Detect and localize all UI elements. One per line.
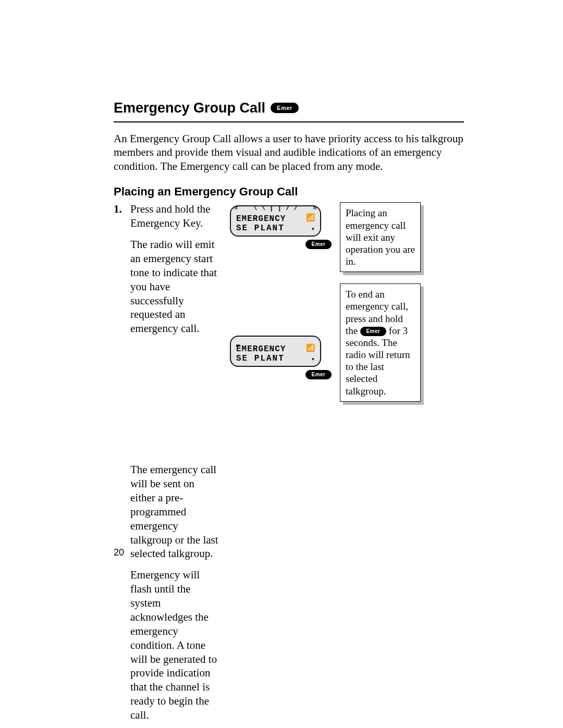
heading-rule (114, 121, 464, 122)
emer-key-icon: Emer (360, 327, 386, 336)
flash-left-icon: ≡ (234, 204, 238, 213)
step-text-b: The radio will emit an emergency start t… (130, 238, 222, 336)
lcd-screen: ▂ EMERGENCY SE PLANT 📶 ▾ (230, 336, 321, 367)
lcd-screen: ≡ \ \ | | / / ≡ EMERGENCY SE PLANT 📶 ▾ (230, 205, 321, 237)
emer-key-label: Emer (366, 328, 380, 335)
emer-key-label: Emer (311, 241, 325, 248)
note-text: Placing an emergency call will exit any … (340, 202, 421, 272)
step-text-d: Emergency will flash until the system ac… (130, 568, 222, 722)
step-1: 1. Press and hold the Emergency Key. The… (114, 202, 464, 728)
emer-key-label: Emer (311, 372, 325, 378)
section-title: Emergency Group Call (114, 99, 265, 117)
notes-column: Placing an emergency call will exit any … (340, 202, 431, 413)
lcd-line-2: SE PLANT (236, 223, 285, 233)
radio-screen-2: ▂ EMERGENCY SE PLANT 📶 ▾ Emer (230, 336, 332, 379)
step-text-a: Press and hold the Emergency Key. (130, 202, 222, 230)
down-arrow-icon: ▾ (311, 226, 315, 233)
emer-key-under-screen: Emer (230, 370, 332, 379)
emer-key-icon: Emer (271, 103, 299, 113)
antenna-icon: 📶 (306, 344, 315, 353)
down-arrow-icon: ▾ (311, 356, 315, 364)
step-text-column: Press and hold the Emergency Key. The ra… (130, 202, 222, 728)
section-heading: Emergency Group Call Emer (114, 99, 464, 117)
subsection-heading: Placing an Emergency Group Call (114, 184, 464, 199)
antenna-icon: 📶 (306, 214, 315, 223)
step-list: 1. Press and hold the Emergency Key. The… (114, 202, 464, 728)
emer-key-icon: Emer (305, 240, 332, 249)
flash-top-icon: \ \ | | / / (253, 204, 298, 213)
radio-screen-1: ≡ \ \ | | / / ≡ EMERGENCY SE PLANT 📶 ▾ (230, 205, 332, 249)
manual-page: Emergency Group Call Emer An Emergency G… (0, 0, 563, 728)
note-box-1: Placing an emergency call will exit any … (340, 202, 421, 272)
flash-marks: ≡ \ \ | | / / ≡ (234, 204, 317, 213)
note-text: To end an emergency call, press and hold… (340, 283, 421, 402)
step-text-c: The emergency call will be sent on eithe… (130, 463, 222, 561)
lcd-line-2: SE PLANT (236, 353, 285, 364)
flash-right-icon: ≡ (313, 204, 317, 213)
note-box-2: To end an emergency call, press and hold… (340, 283, 421, 402)
step-number: 1. (114, 202, 130, 216)
radio-screens-column: ≡ \ \ | | / / ≡ EMERGENCY SE PLANT 📶 ▾ (230, 202, 332, 388)
page-number: 20 (114, 547, 124, 559)
emer-key-under-screen: Emer (230, 240, 332, 249)
emer-key-icon: Emer (305, 370, 332, 379)
step-body: Press and hold the Emergency Key. The ra… (130, 202, 464, 728)
intro-paragraph: An Emergency Group Call allows a user to… (114, 132, 464, 174)
emer-key-label: Emer (277, 104, 292, 112)
